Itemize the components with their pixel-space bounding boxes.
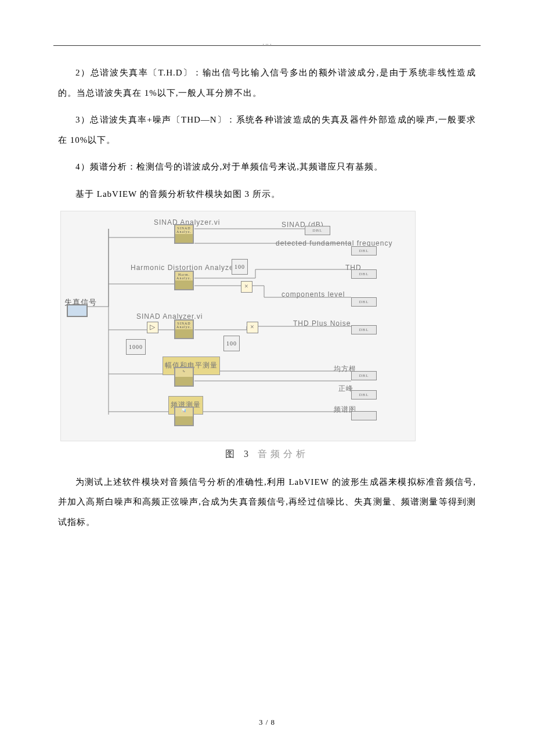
amp-level-vi-icon: ∿ bbox=[174, 367, 194, 387]
sinad2-const-100: 100 bbox=[223, 336, 240, 351]
thd-indicator: DBL bbox=[351, 269, 377, 279]
figure-3-caption: 图 3 音频分析 bbox=[58, 444, 476, 465]
header-line bbox=[53, 45, 481, 46]
spectrum-plot-indicator bbox=[351, 411, 377, 420]
labview-diagram: 失真信号 SINAD Analyzer.vi SINADAnalyz. SINA… bbox=[60, 211, 416, 441]
sinad1-vi-icon: SINADAnalyz. bbox=[174, 224, 194, 244]
page-number: 3 / 8 bbox=[0, 718, 534, 727]
paragraph-2: 2）总谐波失真率〔T.H.D〕：输出信号比输入信号多出的额外谐波成分,是由于系统… bbox=[58, 63, 476, 103]
comp-level-label: components level bbox=[282, 287, 345, 303]
paragraph-3: 3）总谐波失真率+噪声〔THD—N〕：系统各种谐波造成的失真及器件外部造成的噪声… bbox=[58, 110, 476, 150]
pos-peak-indicator: DBL bbox=[351, 390, 377, 399]
spectrum-vi-icon: 📊 bbox=[174, 406, 194, 426]
caption-suffix: 音频分析 bbox=[258, 449, 309, 459]
paragraph-4: 4）频谱分析：检测信号的谐波成分,对于单频信号来说,其频谱应只有基频。 bbox=[58, 157, 476, 177]
thd-noise-indicator: DBL bbox=[351, 325, 377, 334]
paragraph-test: 为测试上述软件模块对音频信号分析的准确性,利用 LabVIEW 的波形生成器来模… bbox=[58, 472, 476, 532]
caption-prefix: 图 3 bbox=[225, 449, 252, 459]
comp-level-indicator: DBL bbox=[351, 297, 377, 307]
page-content: 2）总谐波失真率〔T.H.D〕：输出信号比输入信号多出的额外谐波成分,是由于系统… bbox=[58, 63, 476, 539]
paragraph-labview-intro: 基于 LabVIEW 的音频分析软件模块如图 3 所示。 bbox=[58, 184, 476, 204]
multiply-icon-2: × bbox=[247, 322, 258, 333]
figure-3-container: 失真信号 SINAD Analyzer.vi SINADAnalyz. SINA… bbox=[58, 211, 476, 465]
multiply-icon-pre: ▷ bbox=[147, 322, 158, 333]
input-terminal-icon bbox=[67, 304, 88, 317]
hda-vi-icon: Harm.Analyz. bbox=[174, 271, 194, 290]
rms-indicator: DBL bbox=[351, 371, 377, 380]
sinad-db-indicator: DBL bbox=[305, 226, 330, 235]
thd-noise-label: THD Plus Noise bbox=[293, 316, 351, 332]
detected-freq-indicator: DBL bbox=[351, 246, 377, 255]
multiply-icon-1: × bbox=[241, 281, 252, 293]
sinad2-vi-icon: SINADAnalyz. bbox=[174, 319, 194, 339]
hda-const-100: 100 bbox=[232, 259, 248, 275]
sinad2-const-1000: 1000 bbox=[126, 339, 146, 355]
